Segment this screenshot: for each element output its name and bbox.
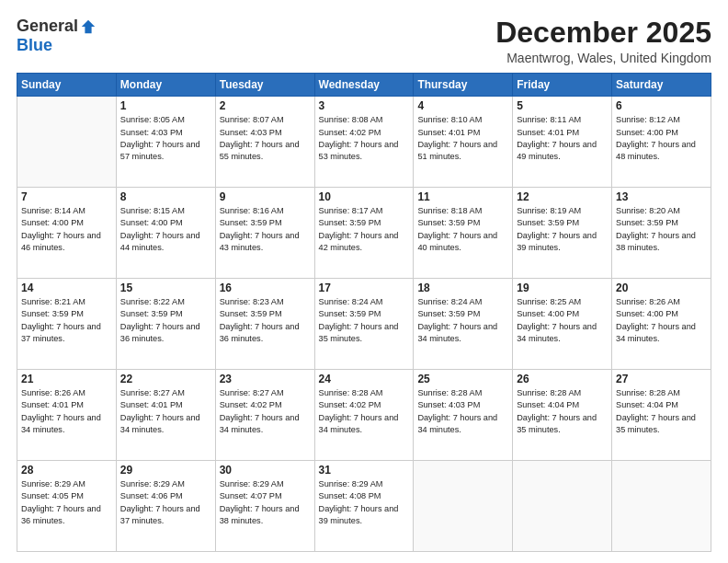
day-number: 2	[220, 99, 311, 112]
day-header-friday: Friday	[513, 74, 612, 97]
day-info: Sunrise: 8:28 AMSunset: 4:02 PMDaylight:…	[319, 387, 410, 436]
day-info: Sunrise: 8:29 AMSunset: 4:08 PMDaylight:…	[319, 478, 410, 527]
day-number: 26	[517, 373, 608, 385]
calendar-week-row: 1Sunrise: 8:05 AMSunset: 4:03 PMDaylight…	[17, 97, 711, 188]
calendar-cell: 17Sunrise: 8:24 AMSunset: 3:59 PMDayligh…	[314, 279, 414, 370]
day-number: 24	[319, 373, 410, 385]
day-info: Sunrise: 8:26 AMSunset: 4:01 PMDaylight:…	[21, 387, 112, 436]
day-number: 10	[319, 190, 410, 203]
day-number: 31	[319, 464, 410, 477]
day-number: 19	[517, 282, 608, 294]
calendar-cell	[612, 461, 711, 552]
calendar-cell: 10Sunrise: 8:17 AMSunset: 3:59 PMDayligh…	[314, 188, 414, 279]
calendar-cell: 6Sunrise: 8:12 AMSunset: 4:00 PMDaylight…	[612, 97, 711, 188]
day-header-wednesday: Wednesday	[314, 74, 414, 97]
day-number: 22	[120, 373, 211, 385]
calendar-cell: 18Sunrise: 8:24 AMSunset: 3:59 PMDayligh…	[414, 279, 513, 370]
month-title: December 2025	[495, 17, 711, 49]
calendar-cell: 5Sunrise: 8:11 AMSunset: 4:01 PMDaylight…	[513, 97, 612, 188]
calendar-cell: 24Sunrise: 8:28 AMSunset: 4:02 PMDayligh…	[314, 370, 414, 461]
day-info: Sunrise: 8:07 AMSunset: 4:03 PMDaylight:…	[220, 114, 311, 163]
calendar-cell: 8Sunrise: 8:15 AMSunset: 4:00 PMDaylight…	[116, 188, 215, 279]
day-header-thursday: Thursday	[414, 74, 513, 97]
day-info: Sunrise: 8:17 AMSunset: 3:59 PMDaylight:…	[319, 205, 410, 254]
logo: General Blue	[17, 17, 97, 55]
day-number: 16	[220, 282, 311, 294]
calendar-cell: 11Sunrise: 8:18 AMSunset: 3:59 PMDayligh…	[414, 188, 513, 279]
day-info: Sunrise: 8:12 AMSunset: 4:00 PMDaylight:…	[616, 114, 707, 163]
day-header-tuesday: Tuesday	[215, 74, 314, 97]
calendar-cell: 21Sunrise: 8:26 AMSunset: 4:01 PMDayligh…	[17, 370, 117, 461]
calendar-cell: 2Sunrise: 8:07 AMSunset: 4:03 PMDaylight…	[215, 97, 314, 188]
location: Maentwrog, Wales, United Kingdom	[495, 51, 711, 65]
day-number: 4	[417, 99, 508, 112]
day-info: Sunrise: 8:24 AMSunset: 3:59 PMDaylight:…	[417, 296, 508, 345]
calendar-cell: 28Sunrise: 8:29 AMSunset: 4:05 PMDayligh…	[17, 461, 117, 552]
day-number: 21	[21, 373, 112, 385]
day-info: Sunrise: 8:08 AMSunset: 4:02 PMDaylight:…	[319, 114, 410, 163]
svg-marker-0	[82, 19, 95, 32]
calendar-cell: 16Sunrise: 8:23 AMSunset: 3:59 PMDayligh…	[215, 279, 314, 370]
calendar-cell: 7Sunrise: 8:14 AMSunset: 4:00 PMDaylight…	[17, 188, 117, 279]
day-number: 28	[21, 464, 112, 477]
day-number: 18	[417, 282, 508, 294]
calendar-cell: 22Sunrise: 8:27 AMSunset: 4:01 PMDayligh…	[116, 370, 215, 461]
logo-icon	[80, 18, 97, 35]
day-info: Sunrise: 8:11 AMSunset: 4:01 PMDaylight:…	[517, 114, 608, 163]
day-info: Sunrise: 8:25 AMSunset: 4:00 PMDaylight:…	[517, 296, 608, 345]
day-number: 1	[120, 99, 211, 112]
day-number: 9	[220, 190, 311, 203]
calendar-page: General Blue December 2025 Maentwrog, Wa…	[0, 0, 728, 563]
day-number: 23	[220, 373, 311, 385]
day-info: Sunrise: 8:23 AMSunset: 3:59 PMDaylight:…	[220, 296, 311, 345]
calendar-cell	[414, 461, 513, 552]
day-number: 8	[120, 190, 211, 203]
day-number: 29	[120, 464, 211, 477]
calendar-cell: 20Sunrise: 8:26 AMSunset: 4:00 PMDayligh…	[612, 279, 711, 370]
day-number: 5	[517, 99, 608, 112]
day-info: Sunrise: 8:28 AMSunset: 4:04 PMDaylight:…	[517, 387, 608, 436]
calendar-cell	[17, 97, 117, 188]
day-info: Sunrise: 8:29 AMSunset: 4:06 PMDaylight:…	[120, 478, 211, 527]
day-info: Sunrise: 8:29 AMSunset: 4:07 PMDaylight:…	[220, 478, 311, 527]
calendar-cell: 26Sunrise: 8:28 AMSunset: 4:04 PMDayligh…	[513, 370, 612, 461]
day-info: Sunrise: 8:18 AMSunset: 3:59 PMDaylight:…	[417, 205, 508, 254]
day-info: Sunrise: 8:05 AMSunset: 4:03 PMDaylight:…	[120, 114, 211, 163]
day-number: 27	[616, 373, 707, 385]
day-info: Sunrise: 8:27 AMSunset: 4:01 PMDaylight:…	[120, 387, 211, 436]
calendar-week-row: 28Sunrise: 8:29 AMSunset: 4:05 PMDayligh…	[17, 461, 711, 552]
day-info: Sunrise: 8:16 AMSunset: 3:59 PMDaylight:…	[220, 205, 311, 254]
header: General Blue December 2025 Maentwrog, Wa…	[17, 17, 711, 65]
day-info: Sunrise: 8:15 AMSunset: 4:00 PMDaylight:…	[120, 205, 211, 254]
day-number: 25	[417, 373, 508, 385]
logo-general-text: General	[17, 17, 78, 36]
calendar-cell: 15Sunrise: 8:22 AMSunset: 3:59 PMDayligh…	[116, 279, 215, 370]
calendar-cell: 25Sunrise: 8:28 AMSunset: 4:03 PMDayligh…	[414, 370, 513, 461]
day-info: Sunrise: 8:28 AMSunset: 4:03 PMDaylight:…	[417, 387, 508, 436]
day-info: Sunrise: 8:24 AMSunset: 3:59 PMDaylight:…	[319, 296, 410, 345]
day-info: Sunrise: 8:10 AMSunset: 4:01 PMDaylight:…	[417, 114, 508, 163]
calendar-cell: 9Sunrise: 8:16 AMSunset: 3:59 PMDaylight…	[215, 188, 314, 279]
calendar-cell: 14Sunrise: 8:21 AMSunset: 3:59 PMDayligh…	[17, 279, 117, 370]
calendar-cell	[513, 461, 612, 552]
day-number: 30	[220, 464, 311, 477]
calendar-cell: 12Sunrise: 8:19 AMSunset: 3:59 PMDayligh…	[513, 188, 612, 279]
day-info: Sunrise: 8:19 AMSunset: 3:59 PMDaylight:…	[517, 205, 608, 254]
day-number: 12	[517, 190, 608, 203]
calendar-week-row: 7Sunrise: 8:14 AMSunset: 4:00 PMDaylight…	[17, 188, 711, 279]
title-block: December 2025 Maentwrog, Wales, United K…	[495, 17, 711, 65]
day-header-sunday: Sunday	[17, 74, 117, 97]
day-info: Sunrise: 8:27 AMSunset: 4:02 PMDaylight:…	[220, 387, 311, 436]
day-number: 14	[21, 282, 112, 294]
day-header-saturday: Saturday	[612, 74, 711, 97]
calendar-week-row: 14Sunrise: 8:21 AMSunset: 3:59 PMDayligh…	[17, 279, 711, 370]
calendar-cell: 31Sunrise: 8:29 AMSunset: 4:08 PMDayligh…	[314, 461, 414, 552]
day-info: Sunrise: 8:22 AMSunset: 3:59 PMDaylight:…	[120, 296, 211, 345]
day-number: 20	[616, 282, 707, 294]
calendar-cell: 27Sunrise: 8:28 AMSunset: 4:04 PMDayligh…	[612, 370, 711, 461]
calendar-cell: 1Sunrise: 8:05 AMSunset: 4:03 PMDaylight…	[116, 97, 215, 188]
day-info: Sunrise: 8:14 AMSunset: 4:00 PMDaylight:…	[21, 205, 112, 254]
day-number: 17	[319, 282, 410, 294]
day-info: Sunrise: 8:28 AMSunset: 4:04 PMDaylight:…	[616, 387, 707, 436]
logo-blue-text: Blue	[17, 36, 52, 55]
